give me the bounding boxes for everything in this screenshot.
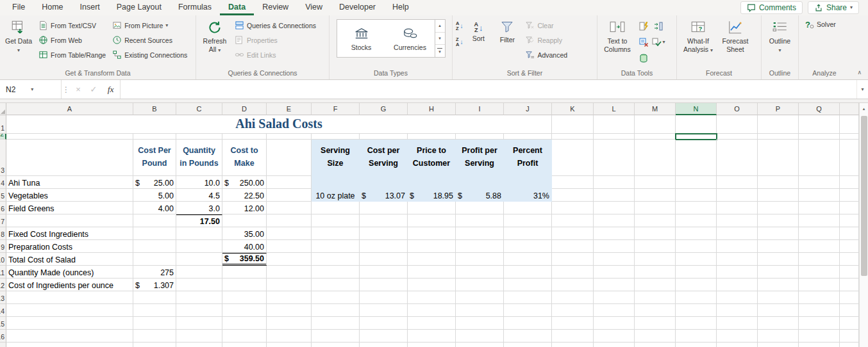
cell-B2[interactable] <box>133 134 176 140</box>
tab-help[interactable]: Help <box>384 0 417 15</box>
cell-O5[interactable] <box>717 189 758 202</box>
row-header-10[interactable]: 10 <box>0 253 6 266</box>
cell-F15[interactable] <box>312 317 360 330</box>
cell-E8[interactable] <box>267 227 312 240</box>
tab-insert[interactable]: Insert <box>72 0 108 15</box>
column-header-I[interactable]: I <box>456 103 504 115</box>
cell-P5[interactable] <box>758 189 799 202</box>
cell-r15-partial[interactable] <box>840 317 859 330</box>
cell-B9[interactable] <box>133 240 176 253</box>
row-header-2[interactable]: 2 <box>0 134 6 140</box>
cell-O2[interactable] <box>717 134 758 140</box>
properties-button[interactable]: Properties <box>233 33 318 47</box>
cell-B4[interactable]: $25.00 <box>133 176 176 189</box>
row-header-17[interactable]: 17 <box>0 343 6 347</box>
cell-J9[interactable] <box>504 240 552 253</box>
cell-C10[interactable] <box>176 253 222 266</box>
cell-O13[interactable] <box>717 291 758 304</box>
cell-L3[interactable] <box>594 140 635 176</box>
cell-H2[interactable] <box>408 134 456 140</box>
cell-B7[interactable] <box>133 214 176 227</box>
cell-P7[interactable] <box>758 214 799 227</box>
cell-r8-partial[interactable] <box>840 227 859 240</box>
expand-formula-bar-icon[interactable]: ▾ <box>856 80 868 99</box>
cell-A4[interactable]: Ahi Tuna <box>6 176 133 189</box>
cell-J7[interactable] <box>504 214 552 227</box>
cell-A9[interactable]: Preparation Costs <box>6 240 133 253</box>
edit-links-button[interactable]: Edit Links <box>233 48 318 61</box>
row-header-1[interactable]: 1 <box>0 115 6 134</box>
name-box[interactable]: N2 ▾ <box>0 80 62 99</box>
column-header-A[interactable]: A <box>6 103 133 115</box>
row-header-15[interactable]: 15 <box>0 317 6 330</box>
tab-file[interactable]: File <box>4 0 33 15</box>
cell-C7[interactable]: 17.50 <box>176 214 222 227</box>
cell-P17[interactable] <box>758 343 799 347</box>
cell-D6[interactable]: 12.00 <box>222 202 267 214</box>
cell-E7[interactable] <box>267 214 312 227</box>
remove-duplicates-button[interactable] <box>637 35 651 50</box>
cell-E17[interactable] <box>267 343 312 347</box>
from-web-button[interactable]: From Web <box>37 33 108 47</box>
cell-C12[interactable] <box>176 278 222 291</box>
queries-connections-button[interactable]: Queries & Connections <box>233 19 318 32</box>
row-header-4[interactable]: 4 <box>0 176 6 189</box>
cell-D17[interactable] <box>222 343 267 347</box>
cell-E4[interactable] <box>267 176 312 189</box>
cell-E16[interactable] <box>267 330 312 343</box>
cell-N5[interactable] <box>676 189 717 202</box>
cell-C11[interactable] <box>176 266 222 278</box>
cell-O8[interactable] <box>717 227 758 240</box>
cell-N11[interactable] <box>676 266 717 278</box>
cell-A1[interactable]: Ahi Salad Costs <box>6 115 552 134</box>
cell-F9[interactable] <box>312 240 360 253</box>
forecast-sheet-button[interactable]: Forecast Sheet <box>719 17 752 54</box>
cell-C6[interactable]: 3.0 <box>176 202 222 214</box>
cell-Q2[interactable] <box>799 134 840 140</box>
tab-page-layout[interactable]: Page Layout <box>108 0 170 15</box>
cell-K11[interactable] <box>552 266 594 278</box>
cell-H3[interactable]: Price to Customer <box>408 140 456 176</box>
cell-K7[interactable] <box>552 214 594 227</box>
stocks-button[interactable]: Stocks <box>337 20 386 57</box>
cell-A13[interactable] <box>6 291 133 304</box>
cell-O1[interactable] <box>717 115 758 134</box>
row-header-6[interactable]: 6 <box>0 202 6 214</box>
cell-N9[interactable] <box>676 240 717 253</box>
cell-C14[interactable] <box>176 304 222 317</box>
cell-J3[interactable]: Percent Profit <box>504 140 552 176</box>
cell-N2[interactable] <box>676 134 717 140</box>
cell-B12[interactable]: $1.307 <box>133 278 176 291</box>
cell-M2[interactable] <box>635 134 676 140</box>
cell-N17[interactable] <box>676 343 717 347</box>
cell-P9[interactable] <box>758 240 799 253</box>
cell-Q4[interactable] <box>799 176 840 189</box>
tab-formulas[interactable]: Formulas <box>170 0 220 15</box>
cell-L2[interactable] <box>594 134 635 140</box>
cell-H4[interactable] <box>408 176 456 189</box>
cell-r4-partial[interactable] <box>840 176 859 189</box>
cell-M3[interactable] <box>635 140 676 176</box>
cell-L12[interactable] <box>594 278 635 291</box>
cell-J11[interactable] <box>504 266 552 278</box>
cell-G16[interactable] <box>360 330 408 343</box>
cell-P2[interactable] <box>758 134 799 140</box>
gallery-scroll-up-icon[interactable]: ▴ <box>435 20 445 33</box>
cell-G9[interactable] <box>360 240 408 253</box>
cell-H12[interactable] <box>408 278 456 291</box>
row-header-12[interactable]: 12 <box>0 278 6 291</box>
cell-I8[interactable] <box>456 227 504 240</box>
cell-H6[interactable] <box>408 202 456 214</box>
cell-G5[interactable]: $13.07 <box>360 189 408 202</box>
cell-r17-partial[interactable] <box>840 343 859 347</box>
cell-E6[interactable] <box>267 202 312 214</box>
cell-I5[interactable]: $5.88 <box>456 189 504 202</box>
column-header-J[interactable]: J <box>504 103 552 115</box>
clear-filter-button[interactable]: Clear <box>523 19 569 32</box>
row-header-11[interactable]: 11 <box>0 266 6 278</box>
cell-K14[interactable] <box>552 304 594 317</box>
cell-r6-partial[interactable] <box>840 202 859 214</box>
cell-D8[interactable]: 35.00 <box>222 227 267 240</box>
cell-M7[interactable] <box>635 214 676 227</box>
column-header-L[interactable]: L <box>594 103 635 115</box>
